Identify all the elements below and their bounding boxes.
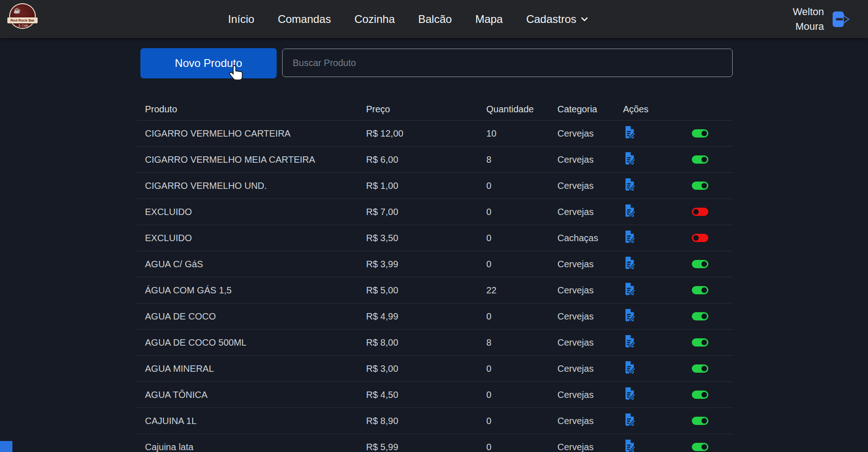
cell-quantidade: 0 <box>486 416 557 426</box>
logo-coffee-cup-icon: ☕ <box>13 7 21 14</box>
active-toggle[interactable] <box>692 155 708 164</box>
edit-document-icon <box>623 152 637 165</box>
new-product-button[interactable]: Novo Produto <box>140 48 277 78</box>
cell-quantidade: 0 <box>486 259 557 270</box>
table-row: CAJUINA 1L R$ 8,90 0 Cervejas <box>137 408 733 434</box>
edit-document-icon <box>623 413 637 427</box>
edit-product-button[interactable] <box>623 335 637 348</box>
bottom-left-blue-artifact <box>0 441 12 452</box>
edit-product-button[interactable] <box>623 439 637 452</box>
active-toggle[interactable] <box>692 443 708 451</box>
cell-preco: R$ 3,00 <box>366 364 486 374</box>
active-toggle[interactable] <box>692 260 708 268</box>
edit-document-icon <box>623 361 637 375</box>
active-toggle[interactable] <box>692 312 708 320</box>
cell-categoria: Cervejas <box>557 128 623 139</box>
edit-document-icon <box>623 204 637 218</box>
nav-item-cadastros[interactable]: Cadastros <box>526 13 589 26</box>
header-preco: Preço <box>366 104 486 115</box>
cell-categoria: Cervejas <box>557 259 623 270</box>
active-toggle[interactable] <box>692 286 708 294</box>
toggle-knob <box>701 340 707 345</box>
cell-preco: R$ 3,99 <box>366 259 486 270</box>
toggle-knob <box>701 444 707 450</box>
cell-quantidade: 0 <box>486 364 557 374</box>
toggle-knob <box>701 314 707 319</box>
cell-quantidade: 10 <box>486 128 557 139</box>
search-product-input[interactable] <box>282 49 733 77</box>
logo-title: Red Rock Bar <box>7 17 38 23</box>
user-last-name: Moura <box>793 19 824 33</box>
cell-produto: CIGARRO VERMELHO UND. <box>137 181 366 191</box>
cell-produto: AGUA DE COCO 500ML <box>137 337 366 348</box>
cell-produto: AGUA TÔNICA <box>137 390 366 400</box>
products-table: Produto Preço Quantidade Categoria Ações… <box>137 98 733 452</box>
table-row: Cajuina lata R$ 5,99 0 Cervejas <box>137 434 733 452</box>
toggle-knob <box>701 418 707 424</box>
cell-preco: R$ 6,00 <box>366 154 486 165</box>
nav-item-balcao[interactable]: Balcão <box>418 13 452 26</box>
cell-preco: R$ 7,00 <box>366 207 486 217</box>
cell-produto: CIGARRO VERMELHO MEIA CARTEIRA <box>137 154 366 165</box>
logout-icon[interactable] <box>830 9 851 29</box>
edit-product-button[interactable] <box>623 204 637 218</box>
edit-product-button[interactable] <box>623 178 637 192</box>
edit-product-button[interactable] <box>623 387 637 401</box>
edit-document-icon <box>623 309 637 322</box>
user-area: Welton Moura <box>793 0 851 38</box>
active-toggle[interactable] <box>692 364 708 373</box>
cell-categoria: Cervejas <box>557 181 623 191</box>
active-toggle[interactable] <box>692 338 708 347</box>
edit-product-button[interactable] <box>623 282 637 296</box>
active-toggle[interactable] <box>692 417 708 425</box>
table-row: ÁGUA COM GÁS 1,5 R$ 5,00 22 Cervejas <box>137 277 733 303</box>
edit-product-button[interactable] <box>623 309 637 322</box>
cell-categoria: Cervejas <box>557 154 623 165</box>
cell-preco: R$ 3,50 <box>366 233 486 243</box>
cell-quantidade: 8 <box>486 154 557 165</box>
toggle-knob <box>701 183 707 188</box>
cell-produto: EXCLUIDO <box>137 207 366 217</box>
edit-document-icon <box>623 126 637 139</box>
edit-document-icon <box>623 387 637 401</box>
table-row: AGUA DE COCO R$ 4,99 0 Cervejas <box>137 303 733 330</box>
active-toggle[interactable] <box>692 391 708 399</box>
cell-categoria: Cervejas <box>557 311 623 322</box>
app-logo[interactable]: ☕ Red Rock Bar & Café <box>9 3 36 29</box>
active-toggle[interactable] <box>692 129 708 138</box>
cell-produto: CAJUINA 1L <box>137 416 366 426</box>
edit-product-button[interactable] <box>623 126 637 139</box>
edit-product-button[interactable] <box>623 230 637 244</box>
active-toggle[interactable] <box>692 234 708 242</box>
header-categoria: Categoria <box>557 104 623 115</box>
cell-preco: R$ 8,90 <box>366 416 486 426</box>
table-row: CIGARRO VERMELHO UND. R$ 1,00 0 Cervejas <box>137 173 733 199</box>
cell-produto: AGUA MINERAL <box>137 364 366 374</box>
toggle-knob <box>701 261 707 267</box>
edit-product-button[interactable] <box>623 152 637 165</box>
cell-quantidade: 22 <box>486 285 557 296</box>
toggle-knob <box>701 131 707 136</box>
cell-quantidade: 0 <box>486 233 557 243</box>
edit-product-button[interactable] <box>623 361 637 375</box>
edit-product-button[interactable] <box>623 413 637 427</box>
nav-item-comandas[interactable]: Comandas <box>278 13 331 26</box>
edit-product-button[interactable] <box>623 256 637 270</box>
table-body: CIGARRO VERMELHO CARTEIRA R$ 12,00 10 Ce… <box>137 121 733 452</box>
cell-quantidade: 0 <box>486 311 557 322</box>
header-acoes: Ações <box>623 104 692 115</box>
nav-item-mapa[interactable]: Mapa <box>475 13 503 26</box>
user-name: Welton Moura <box>793 5 824 33</box>
active-toggle[interactable] <box>692 182 708 190</box>
cell-produto: EXCLUIDO <box>137 233 366 243</box>
header-produto: Produto <box>137 104 366 115</box>
table-row: CIGARRO VERMELHO CARTEIRA R$ 12,00 10 Ce… <box>137 121 733 147</box>
nav-item-inicio[interactable]: Início <box>228 13 254 26</box>
nav-item-cozinha[interactable]: Cozinha <box>354 13 395 26</box>
cell-categoria: Cervejas <box>557 207 623 217</box>
user-first-name: Welton <box>793 5 824 19</box>
table-row: AGUA C/ GáS R$ 3,99 0 Cervejas <box>137 251 733 277</box>
active-toggle[interactable] <box>692 208 708 216</box>
cell-preco: R$ 5,99 <box>366 442 486 452</box>
cell-preco: R$ 4,99 <box>366 311 486 322</box>
